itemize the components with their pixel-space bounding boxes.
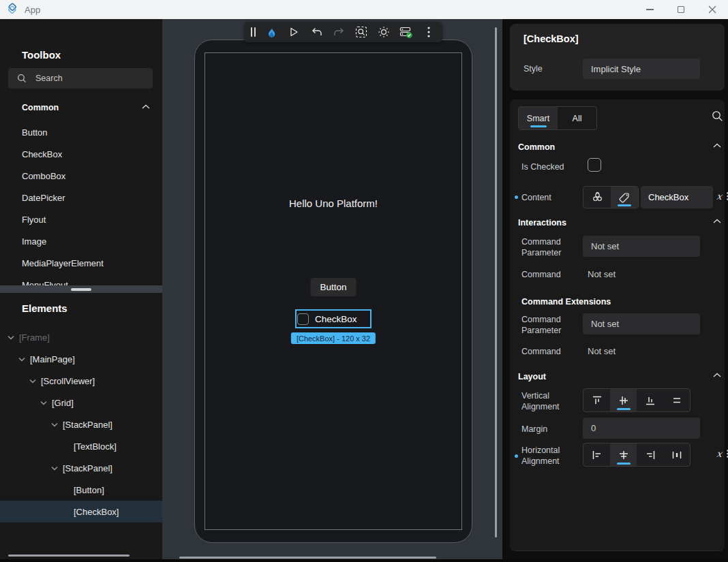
vertical-alignment-segmented <box>583 388 691 412</box>
toolbar-overflow-kebab-icon[interactable] <box>422 25 436 39</box>
halign-stretch-button[interactable] <box>663 443 690 466</box>
toolbox-item-checkbox[interactable]: CheckBox <box>0 144 162 166</box>
toolbox-item-button[interactable]: Button <box>0 122 162 144</box>
content-mode-segmented <box>583 186 639 208</box>
toolbox-item-image[interactable]: Image <box>0 231 162 253</box>
chevron-up-icon[interactable] <box>713 373 721 378</box>
tree-item-textblock[interactable]: [TextBlock] <box>0 435 162 457</box>
selection-size-badge: [CheckBox] - 120 x 32 <box>291 332 376 344</box>
tab-smart[interactable]: Smart <box>519 107 558 129</box>
elements-horizontal-scrollbar[interactable] <box>8 555 130 557</box>
command-value[interactable]: Not set <box>588 269 616 279</box>
command-label: Command <box>521 269 580 280</box>
play-button[interactable] <box>287 25 301 39</box>
content-mode-literal-button[interactable] <box>611 187 638 208</box>
toolbar-drag-handle-icon[interactable] <box>251 27 256 37</box>
server-connected-button[interactable] <box>399 25 413 39</box>
window-controls <box>634 0 728 19</box>
preview-checkbox-selection[interactable]: CheckBox <box>295 309 371 328</box>
theme-toggle-sun-button[interactable] <box>377 25 391 39</box>
left-panel: Toolbox Search Common Button CheckBox Co… <box>0 19 162 559</box>
ext-command-parameter-input[interactable]: Not set <box>583 313 700 334</box>
valign-center-button[interactable] <box>610 389 637 411</box>
preview-button[interactable]: Button <box>310 278 356 296</box>
toolbox-section-common[interactable]: Common <box>0 99 162 117</box>
selected-element-title: [CheckBox] <box>524 33 579 44</box>
command-parameter-input[interactable]: Not set <box>583 236 700 257</box>
binding-berries-icon <box>592 191 603 203</box>
close-button[interactable] <box>697 0 728 19</box>
valign-bottom-button[interactable] <box>637 389 663 411</box>
toolbox-item-menuflyout[interactable]: MenuFlyout <box>0 275 162 285</box>
margin-input[interactable]: 0 <box>583 418 700 439</box>
checkbox-glyph-icon <box>297 313 309 325</box>
undo-button[interactable] <box>309 25 323 39</box>
tree-item-grid[interactable]: [Grid] <box>0 392 162 413</box>
toolbox-search-input[interactable]: Search <box>8 68 153 89</box>
tab-all[interactable]: All <box>558 107 596 129</box>
search-icon <box>17 74 27 83</box>
align-bottom-icon <box>644 394 656 407</box>
style-value-input[interactable]: Implicit Style <box>583 59 700 79</box>
toolbox-item-datepicker[interactable]: DatePicker <box>0 187 162 209</box>
section-label: Common <box>22 103 59 112</box>
content-value-input[interactable]: CheckBox <box>641 186 713 208</box>
chevron-down-icon[interactable] <box>16 357 27 362</box>
tree-item-scrollviewer[interactable]: [ScrollViewer] <box>0 370 162 392</box>
device-screen: Hello Uno Platform! Button CheckBox [Che… <box>204 52 462 530</box>
valign-stretch-button[interactable] <box>663 389 690 411</box>
inspect-element-button[interactable] <box>354 25 368 39</box>
panel-splitter[interactable] <box>0 285 162 293</box>
tree-item-button[interactable]: [Button] <box>0 479 162 501</box>
xbind-button[interactable]: 𝑥 <box>716 448 722 459</box>
ext-command-value[interactable]: Not set <box>588 346 616 356</box>
canvas-horizontal-scrollbar[interactable] <box>179 557 436 559</box>
horizontal-alignment-segmented <box>583 443 691 467</box>
chevron-up-icon[interactable] <box>713 143 721 149</box>
segment-active-underline <box>617 463 631 465</box>
tree-item-checkbox-selected[interactable]: [CheckBox] <box>0 501 162 522</box>
tree-item-stackpanel-1[interactable]: [StackPanel] <box>0 413 162 435</box>
toolbox-item-flyout[interactable]: Flyout <box>0 209 162 231</box>
tree-item-mainpage[interactable]: [MainPage] <box>0 348 162 370</box>
tab-active-underline <box>530 125 547 127</box>
toolbox-item-mediaplayerelement[interactable]: MediaPlayerElement <box>0 253 162 275</box>
design-toolbar <box>244 22 442 42</box>
group-layout: Layout <box>518 372 546 381</box>
tree-item-frame[interactable]: [Frame] <box>0 326 162 348</box>
horizontal-alignment-label: Horizontal Alignment <box>521 445 580 467</box>
chevron-down-icon[interactable] <box>5 335 16 340</box>
vertical-alignment-label: Vertical Alignment <box>521 390 580 412</box>
xbind-button[interactable]: 𝑥 <box>716 191 722 202</box>
close-icon <box>708 5 716 14</box>
content-mode-binding-button[interactable] <box>583 187 611 208</box>
canvas-vertical-scrollbar[interactable] <box>495 27 497 537</box>
style-label: Style <box>524 64 543 74</box>
halign-right-button[interactable] <box>637 443 663 466</box>
chevron-down-icon[interactable] <box>27 379 38 384</box>
segment-active-underline <box>617 408 631 410</box>
properties-search-button[interactable] <box>712 110 723 122</box>
align-vstretch-icon <box>671 394 683 407</box>
command-parameter-label: Command Parameter <box>521 236 580 258</box>
group-command-extensions: Command Extensions <box>521 297 611 307</box>
device-frame: Hello Uno Platform! Button CheckBox [Che… <box>194 40 472 543</box>
toolbox-item-combobox[interactable]: ComboBox <box>0 166 162 187</box>
hot-reload-flame-icon[interactable] <box>264 25 278 39</box>
elements-tree: [Frame] [MainPage] [ScrollViewer] [Grid]… <box>0 326 162 522</box>
minimize-button[interactable] <box>634 0 665 19</box>
chevron-down-icon[interactable] <box>38 401 49 405</box>
halign-left-button[interactable] <box>583 443 610 466</box>
chevron-up-icon[interactable] <box>713 219 721 224</box>
chevron-down-icon[interactable] <box>49 422 60 427</box>
maximize-button[interactable] <box>665 0 697 19</box>
app-title: App <box>25 5 40 15</box>
is-checked-checkbox[interactable] <box>588 158 601 172</box>
redo-button[interactable] <box>332 25 346 39</box>
chevron-down-icon[interactable] <box>49 466 60 471</box>
tree-item-stackpanel-2[interactable]: [StackPanel] <box>0 457 162 479</box>
properties-tabs: Smart All <box>518 106 597 130</box>
halign-center-button[interactable] <box>610 443 637 466</box>
preview-textblock: Hello Uno Platform! <box>205 198 461 209</box>
valign-top-button[interactable] <box>583 389 610 411</box>
